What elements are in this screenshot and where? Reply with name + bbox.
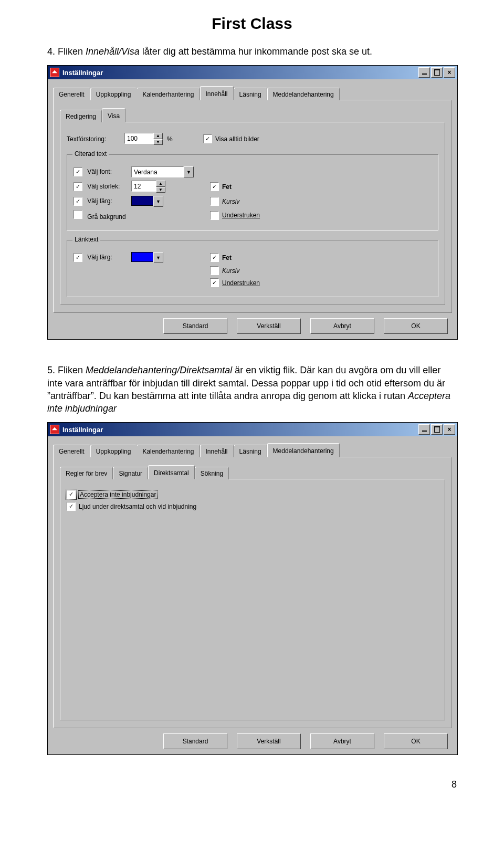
show-images-label: Visa alltid bilder bbox=[215, 135, 259, 143]
group-lanktext: Länktext Välj färg: ▼ bbox=[67, 240, 438, 297]
window-innehall: Inställningar × Generellt Uppkoppling Ka… bbox=[47, 65, 458, 340]
link-italic-checkbox[interactable] bbox=[210, 266, 219, 275]
choose-color-label: Välj färg: bbox=[87, 197, 112, 205]
cancel-button[interactable]: Avbryt bbox=[310, 733, 374, 749]
color-combo-quoted[interactable]: ▼ bbox=[131, 196, 163, 207]
underline-checkbox[interactable] bbox=[210, 211, 219, 220]
link-bold-label: Fet bbox=[222, 254, 232, 261]
size-spinner[interactable]: 12 ▲ ▼ bbox=[131, 181, 165, 193]
window-meddelande: Inställningar × Generellt Uppkoppling Ka… bbox=[47, 422, 458, 755]
tab-innehall[interactable]: Innehåll bbox=[200, 86, 234, 100]
color-swatch-link bbox=[131, 252, 153, 262]
outer-tabs: Generellt Uppkoppling Kalenderhantering … bbox=[53, 443, 452, 457]
inner-tabs: Redigering Visa bbox=[60, 108, 445, 122]
p5-prefix: 5. Fliken bbox=[47, 365, 86, 375]
app-icon bbox=[50, 425, 59, 434]
tab-generellt[interactable]: Generellt bbox=[53, 445, 90, 457]
choose-size-checkbox[interactable] bbox=[74, 182, 82, 191]
font-combo[interactable]: Verdana ▼ bbox=[131, 166, 194, 177]
tab-lasning[interactable]: Läsning bbox=[234, 445, 267, 457]
chevron-down-icon[interactable]: ▼ bbox=[153, 252, 163, 263]
para4-emph: Innehåll/Visa bbox=[86, 46, 140, 57]
tab-sokning[interactable]: Sökning bbox=[195, 467, 229, 479]
choose-size-label: Välj storlek: bbox=[87, 183, 120, 190]
sound-checkbox[interactable] bbox=[67, 502, 76, 511]
link-underline-label: Understruken bbox=[222, 279, 260, 287]
tab-regler[interactable]: Regler för brev bbox=[60, 467, 113, 479]
para4-rest: låter dig att bestämma hur inkommande po… bbox=[140, 46, 372, 57]
spin-up-icon[interactable]: ▲ bbox=[156, 181, 165, 187]
size-value[interactable]: 12 bbox=[131, 181, 156, 192]
tab-visa[interactable]: Visa bbox=[102, 108, 125, 122]
underline-label: Understruken bbox=[222, 212, 260, 219]
apply-button[interactable]: Verkställ bbox=[237, 733, 301, 749]
maximize-button[interactable] bbox=[431, 424, 443, 435]
para4-prefix: 4. Fliken bbox=[47, 46, 86, 57]
titlebar[interactable]: Inställningar × bbox=[48, 66, 457, 79]
apply-button[interactable]: Verkställ bbox=[237, 318, 301, 334]
bold-checkbox[interactable] bbox=[210, 182, 219, 191]
outer-tabs: Generellt Uppkoppling Kalenderhantering … bbox=[53, 86, 452, 100]
tab-innehall[interactable]: Innehåll bbox=[200, 445, 234, 457]
choose-font-label: Välj font: bbox=[87, 168, 112, 175]
tab-meddelande[interactable]: Meddelandehantering bbox=[267, 443, 340, 457]
tab-uppkoppling[interactable]: Uppkoppling bbox=[90, 88, 137, 100]
tab-kalender[interactable]: Kalenderhantering bbox=[136, 445, 200, 457]
tab-kalender[interactable]: Kalenderhantering bbox=[136, 88, 200, 100]
standard-button[interactable]: Standard bbox=[163, 318, 227, 334]
group-citerad-text: Citerad text Välj font: Verdana ▼ bbox=[67, 154, 438, 230]
tab-direktsamtal[interactable]: Direktsamtal bbox=[148, 465, 195, 479]
chevron-down-icon[interactable]: ▼ bbox=[153, 196, 163, 207]
link-italic-label: Kursiv bbox=[222, 267, 239, 275]
window-title: Inställningar bbox=[62, 69, 103, 77]
inner-tabs: Regler för brev Signatur Direktsamtal Sö… bbox=[60, 465, 445, 479]
accept-no-inv-label: Acceptera inte inbjudningar bbox=[79, 491, 157, 498]
sound-label: Ljud under direktsamtal och vid inbjudni… bbox=[79, 503, 196, 510]
tab-signatur[interactable]: Signatur bbox=[113, 467, 148, 479]
tab-generellt[interactable]: Generellt bbox=[53, 88, 90, 100]
percent-label: % bbox=[167, 135, 173, 143]
close-button[interactable]: × bbox=[444, 67, 455, 78]
show-images-checkbox[interactable] bbox=[203, 134, 212, 143]
font-value[interactable]: Verdana bbox=[131, 166, 184, 177]
gray-bg-label: Grå bakgrund bbox=[87, 213, 125, 221]
app-icon bbox=[50, 68, 59, 77]
textzoom-spinner[interactable]: 100 ▲ ▼ bbox=[124, 133, 163, 145]
page-title: First Class bbox=[47, 15, 457, 33]
tab-meddelande[interactable]: Meddelandehantering bbox=[267, 88, 340, 100]
spin-up-icon[interactable]: ▲ bbox=[153, 133, 163, 139]
ok-button[interactable]: OK bbox=[384, 318, 448, 334]
paragraph-5: 5. Fliken Meddelandehantering/Direktsamt… bbox=[47, 364, 457, 415]
spin-down-icon[interactable]: ▼ bbox=[156, 187, 165, 193]
italic-checkbox[interactable] bbox=[210, 197, 219, 206]
paragraph-4: 4. Fliken Innehåll/Visa låter dig att be… bbox=[47, 45, 457, 58]
tab-uppkoppling[interactable]: Uppkoppling bbox=[90, 445, 137, 457]
minimize-button[interactable] bbox=[418, 424, 430, 435]
link-color-checkbox[interactable] bbox=[74, 253, 82, 262]
window-title: Inställningar bbox=[62, 426, 103, 434]
textzoom-value[interactable]: 100 bbox=[124, 133, 154, 144]
chevron-down-icon[interactable]: ▼ bbox=[184, 166, 194, 177]
standard-button[interactable]: Standard bbox=[163, 733, 227, 749]
italic-label: Kursiv bbox=[222, 198, 239, 205]
ok-button[interactable]: OK bbox=[384, 733, 448, 749]
accept-no-inv-checkbox[interactable] bbox=[67, 490, 76, 499]
textzoom-label: Textförstoring: bbox=[67, 135, 106, 143]
link-bold-checkbox[interactable] bbox=[210, 253, 219, 262]
tab-lasning[interactable]: Läsning bbox=[234, 88, 267, 100]
color-swatch-quoted bbox=[131, 196, 153, 206]
choose-color-checkbox[interactable] bbox=[74, 197, 82, 206]
minimize-button[interactable] bbox=[418, 67, 430, 78]
choose-font-checkbox[interactable] bbox=[74, 167, 82, 176]
cancel-button[interactable]: Avbryt bbox=[310, 318, 374, 334]
tab-redigering[interactable]: Redigering bbox=[60, 110, 102, 122]
page-number: 8 bbox=[47, 779, 457, 790]
maximize-button[interactable] bbox=[431, 67, 443, 78]
link-color-label: Välj färg: bbox=[87, 254, 112, 261]
gray-bg-checkbox[interactable] bbox=[74, 210, 82, 219]
spin-down-icon[interactable]: ▼ bbox=[153, 139, 163, 145]
close-button[interactable]: × bbox=[444, 424, 455, 435]
link-underline-checkbox[interactable] bbox=[210, 278, 219, 287]
titlebar[interactable]: Inställningar × bbox=[48, 423, 457, 436]
color-combo-link[interactable]: ▼ bbox=[131, 252, 163, 263]
